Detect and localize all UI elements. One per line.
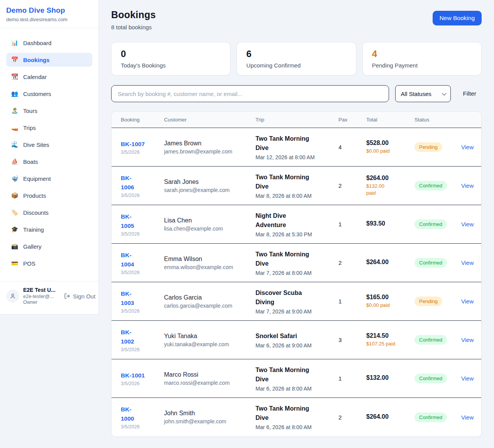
paid-amount: $107.25 paid [366, 340, 414, 348]
pax-value: 1 [338, 375, 366, 382]
sidebar-item-training[interactable]: 🎓 Training [6, 222, 92, 236]
sidebar-item-trips[interactable]: 🚤 Trips [6, 121, 92, 135]
view-link[interactable]: View [461, 259, 473, 266]
booking-date: 3/5/2026 [121, 270, 164, 275]
status-cell: Confirmed [414, 335, 461, 345]
customer-email: sarah.jones@example.com [164, 187, 255, 193]
customer-name: Sarah Jones [164, 179, 255, 185]
sidebar-item-label: Customers [23, 91, 51, 97]
booking-id-link[interactable]: BK- 1006 [121, 173, 164, 192]
total-cell: $264.00 [366, 259, 414, 267]
status-cell: Confirmed [414, 219, 461, 229]
view-link[interactable]: View [461, 144, 473, 150]
trip-datetime: Mar 7, 2026 at 9:00 AM [255, 308, 338, 315]
user-section: E2E Test U... e2e-tester@... Owner Sign … [0, 281, 98, 314]
status-select[interactable]: All Statuses [395, 85, 451, 102]
view-link[interactable]: View [461, 414, 473, 421]
booking-cell: BK- 1000 3/5/2026 [121, 405, 164, 429]
booking-id-link[interactable]: BK- 1003 [121, 289, 164, 308]
status-cell: Confirmed [414, 258, 461, 268]
stat-card: 6 Upcoming Confirmed [237, 42, 356, 76]
booking-id-link[interactable]: BK- 1004 [121, 251, 164, 269]
booking-id-link[interactable]: BK-1001 [121, 371, 164, 380]
total-cell: $264.00 [366, 413, 414, 421]
sidebar-item-dashboard[interactable]: 📊 Dashboard [6, 36, 92, 50]
shop-name: Demo Dive Shop [6, 6, 92, 15]
sidebar-item-bookings[interactable]: 📅 Bookings [6, 53, 92, 67]
filter-button[interactable]: Filter [457, 90, 482, 97]
customer-email: carlos.garcia@example.com [164, 303, 255, 309]
status-badge: Confirmed [414, 335, 447, 345]
trip-name: Snorkel Safari [255, 332, 315, 341]
table-row: BK-1007 3/5/2026 James Brown james.brown… [112, 128, 481, 167]
booking-date: 3/5/2026 [121, 381, 164, 386]
customer-cell: James Brown james.brown@example.com [164, 140, 255, 155]
sidebar-item-calendar[interactable]: 📆 Calendar [6, 70, 92, 84]
status-badge: Confirmed [414, 181, 447, 190]
customer-email: yuki.tanaka@example.com [164, 341, 255, 347]
trip-name: Two Tank Morning Dive [255, 134, 315, 153]
table-row: BK- 1004 3/5/2026 Emma Wilson emma.wilso… [112, 244, 481, 282]
view-link[interactable]: View [461, 337, 473, 343]
trip-cell: Snorkel Safari Mar 6, 2026 at 9:00 AM [255, 332, 338, 349]
sidebar-item-equipment[interactable]: 🤿 Equipment [6, 172, 92, 185]
status-badge: Confirmed [414, 258, 447, 268]
stat-label: Pending Payment [372, 62, 472, 69]
sidebar-item-gallery[interactable]: 📸 Gallery [6, 239, 92, 253]
sidebar-item-label: Tours [23, 108, 37, 114]
total-amount: $264.00 [366, 413, 414, 420]
customer-email: john.smith@example.com [164, 418, 255, 424]
stat-card: 4 Pending Payment [362, 42, 482, 76]
user-email: e2e-tester@... [23, 294, 60, 300]
customer-name: Emma Wilson [164, 256, 255, 263]
booking-id-link[interactable]: BK-1007 [121, 140, 164, 149]
search-input[interactable] [111, 85, 389, 102]
booking-cell: BK- 1005 3/5/2026 [121, 212, 164, 237]
stat-card: 0 Today's Bookings [111, 42, 230, 76]
pax-value: 1 [338, 221, 366, 227]
nav-item-icon: 📆 [11, 73, 19, 80]
customer-name: Marco Rossi [164, 371, 255, 378]
total-amount: $132.00 [366, 374, 414, 381]
view-link[interactable]: View [461, 221, 473, 227]
sidebar-item-label: Training [23, 226, 44, 233]
paid-amount: $0.00 paid [366, 148, 414, 155]
table-header-row: Booking Customer Trip Pax Total Status [112, 112, 481, 128]
table-row: BK- 1002 3/5/2026 Yuki Tanaka yuki.tanak… [112, 321, 481, 359]
sidebar-item-tours[interactable]: 🏝️ Tours [6, 104, 92, 118]
booking-id-link[interactable]: BK- 1000 [121, 405, 164, 423]
sidebar-item-dive-sites[interactable]: 🌊 Dive Sites [6, 138, 92, 152]
total-cell: $264.00 $132.00 paid [366, 175, 414, 197]
view-link[interactable]: View [461, 298, 473, 305]
sidebar-item-customers[interactable]: 👥 Customers [6, 87, 92, 101]
booking-cell: BK-1007 3/5/2026 [121, 140, 164, 155]
sidebar-item-products[interactable]: 📦 Products [6, 189, 92, 202]
shop-domain: demo.test.divestreams.com [6, 17, 92, 22]
sign-out-label: Sign Out [73, 293, 95, 300]
sign-out-icon [64, 293, 70, 299]
table-row: BK- 1000 3/5/2026 John Smith john.smith@… [112, 398, 481, 436]
customer-name: Yuki Tanaka [164, 333, 255, 340]
booking-id-link[interactable]: BK- 1005 [121, 212, 164, 231]
status-badge: Confirmed [414, 374, 447, 383]
sidebar-item-label: Dashboard [23, 40, 51, 46]
trip-name: Two Tank Morning Dive [255, 173, 315, 191]
sidebar-item-boats[interactable]: ⛵ Boats [6, 155, 92, 168]
sidebar-item-discounts[interactable]: 🏷️ Discounts [6, 205, 92, 219]
table-row: BK- 1005 3/5/2026 Lisa Chen lisa.chen@ex… [112, 205, 481, 244]
sign-out-button[interactable]: Sign Out [64, 293, 95, 300]
booking-id-link[interactable]: BK- 1002 [121, 328, 164, 346]
status-cell: Pending [414, 296, 461, 306]
sidebar-item-pos[interactable]: 💳 POS [6, 256, 92, 270]
customer-name: Lisa Chen [164, 217, 255, 224]
sidebar-item-label: Gallery [23, 243, 42, 250]
nav-item-icon: 🤿 [11, 175, 19, 182]
sidebar-item-label: Dive Sites [23, 141, 49, 148]
nav-item-icon: 📦 [11, 192, 19, 199]
new-booking-button[interactable]: New Booking [433, 11, 482, 25]
total-amount: $165.00 [366, 294, 414, 301]
view-link[interactable]: View [461, 182, 473, 189]
customer-cell: Emma Wilson emma.wilson@example.com [164, 256, 255, 270]
view-link[interactable]: View [461, 375, 473, 382]
trip-name: Night Dive Adventure [255, 211, 315, 230]
